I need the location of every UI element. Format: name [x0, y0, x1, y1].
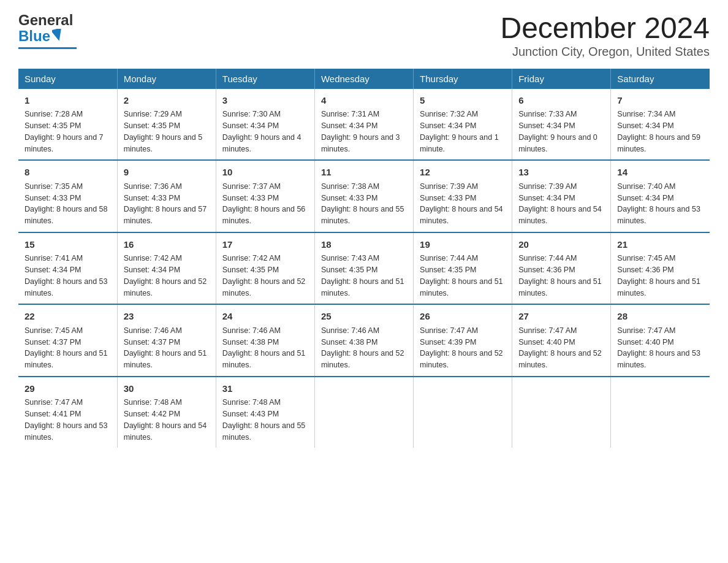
calendar-week-row: 1 Sunrise: 7:28 AMSunset: 4:35 PMDayligh… — [18, 89, 710, 161]
day-info: Sunrise: 7:28 AMSunset: 4:35 PMDaylight:… — [25, 110, 104, 153]
day-info: Sunrise: 7:39 AMSunset: 4:33 PMDaylight:… — [420, 182, 503, 225]
day-number: 2 — [124, 94, 210, 108]
table-row: 14 Sunrise: 7:40 AMSunset: 4:34 PMDaylig… — [611, 160, 710, 232]
day-info: Sunrise: 7:34 AMSunset: 4:34 PMDaylight:… — [617, 110, 700, 153]
day-info: Sunrise: 7:46 AMSunset: 4:38 PMDaylight:… — [222, 326, 306, 369]
col-friday: Friday — [512, 69, 611, 89]
day-info: Sunrise: 7:35 AMSunset: 4:33 PMDaylight:… — [25, 182, 108, 225]
page-header: General Blue December 2024 Junction City… — [18, 12, 710, 59]
day-info: Sunrise: 7:31 AMSunset: 4:34 PMDaylight:… — [321, 110, 400, 153]
col-saturday: Saturday — [611, 69, 710, 89]
table-row: 7 Sunrise: 7:34 AMSunset: 4:34 PMDayligh… — [611, 89, 710, 161]
day-info: Sunrise: 7:41 AMSunset: 4:34 PMDaylight:… — [25, 254, 108, 297]
day-number: 31 — [222, 382, 308, 396]
day-number: 4 — [321, 94, 407, 108]
calendar-header-row: Sunday Monday Tuesday Wednesday Thursday… — [18, 69, 710, 89]
table-row: 8 Sunrise: 7:35 AMSunset: 4:33 PMDayligh… — [18, 160, 117, 232]
day-info: Sunrise: 7:45 AMSunset: 4:37 PMDaylight:… — [25, 326, 108, 369]
day-number: 29 — [25, 382, 111, 396]
table-row: 5 Sunrise: 7:32 AMSunset: 4:34 PMDayligh… — [414, 89, 512, 161]
day-number: 28 — [617, 310, 703, 324]
col-monday: Monday — [117, 69, 216, 89]
table-row — [512, 377, 611, 448]
table-row: 10 Sunrise: 7:37 AMSunset: 4:33 PMDaylig… — [216, 160, 314, 232]
logo-general: General — [18, 12, 73, 28]
table-row: 11 Sunrise: 7:38 AMSunset: 4:33 PMDaylig… — [314, 160, 413, 232]
col-tuesday: Tuesday — [216, 69, 314, 89]
table-row: 17 Sunrise: 7:42 AMSunset: 4:35 PMDaylig… — [216, 232, 314, 305]
table-row: 23 Sunrise: 7:46 AMSunset: 4:37 PMDaylig… — [117, 304, 216, 377]
table-row: 19 Sunrise: 7:44 AMSunset: 4:35 PMDaylig… — [414, 232, 512, 305]
day-number: 25 — [321, 310, 407, 324]
day-info: Sunrise: 7:46 AMSunset: 4:38 PMDaylight:… — [321, 326, 404, 369]
table-row: 28 Sunrise: 7:47 AMSunset: 4:40 PMDaylig… — [611, 304, 710, 377]
table-row — [314, 377, 413, 448]
day-info: Sunrise: 7:42 AMSunset: 4:34 PMDaylight:… — [124, 254, 207, 297]
table-row: 3 Sunrise: 7:30 AMSunset: 4:34 PMDayligh… — [216, 89, 314, 161]
day-number: 9 — [124, 166, 210, 180]
day-info: Sunrise: 7:33 AMSunset: 4:34 PMDaylight:… — [518, 110, 597, 153]
table-row: 9 Sunrise: 7:36 AMSunset: 4:33 PMDayligh… — [117, 160, 216, 232]
table-row — [414, 377, 512, 448]
col-sunday: Sunday — [18, 69, 117, 89]
day-number: 10 — [222, 166, 308, 180]
day-info: Sunrise: 7:43 AMSunset: 4:35 PMDaylight:… — [321, 254, 404, 297]
table-row: 21 Sunrise: 7:45 AMSunset: 4:36 PMDaylig… — [611, 232, 710, 305]
table-row: 31 Sunrise: 7:48 AMSunset: 4:43 PMDaylig… — [216, 377, 314, 448]
logo-arrow-icon — [52, 29, 63, 44]
day-number: 6 — [518, 94, 604, 108]
day-number: 17 — [222, 238, 308, 252]
day-info: Sunrise: 7:36 AMSunset: 4:33 PMDaylight:… — [124, 182, 207, 225]
svg-marker-0 — [52, 29, 63, 41]
col-thursday: Thursday — [414, 69, 512, 89]
table-row: 16 Sunrise: 7:42 AMSunset: 4:34 PMDaylig… — [117, 232, 216, 305]
day-info: Sunrise: 7:47 AMSunset: 4:39 PMDaylight:… — [420, 326, 503, 369]
table-row: 13 Sunrise: 7:39 AMSunset: 4:34 PMDaylig… — [512, 160, 611, 232]
day-info: Sunrise: 7:39 AMSunset: 4:34 PMDaylight:… — [518, 182, 602, 225]
day-number: 21 — [617, 238, 703, 252]
table-row: 27 Sunrise: 7:47 AMSunset: 4:40 PMDaylig… — [512, 304, 611, 377]
day-number: 15 — [25, 238, 111, 252]
day-number: 19 — [420, 238, 506, 252]
day-number: 16 — [124, 238, 210, 252]
day-info: Sunrise: 7:42 AMSunset: 4:35 PMDaylight:… — [222, 254, 306, 297]
day-number: 26 — [420, 310, 506, 324]
table-row: 29 Sunrise: 7:47 AMSunset: 4:41 PMDaylig… — [18, 377, 117, 448]
table-row: 2 Sunrise: 7:29 AMSunset: 4:35 PMDayligh… — [117, 89, 216, 161]
day-info: Sunrise: 7:37 AMSunset: 4:33 PMDaylight:… — [222, 182, 306, 225]
day-number: 30 — [124, 382, 210, 396]
day-info: Sunrise: 7:47 AMSunset: 4:41 PMDaylight:… — [25, 398, 108, 441]
day-info: Sunrise: 7:40 AMSunset: 4:34 PMDaylight:… — [617, 182, 700, 225]
table-row: 12 Sunrise: 7:39 AMSunset: 4:33 PMDaylig… — [414, 160, 512, 232]
day-number: 20 — [518, 238, 604, 252]
day-number: 27 — [518, 310, 604, 324]
table-row: 4 Sunrise: 7:31 AMSunset: 4:34 PMDayligh… — [314, 89, 413, 161]
day-number: 5 — [420, 94, 506, 108]
logo: General Blue — [18, 12, 77, 49]
table-row — [611, 377, 710, 448]
calendar-week-row: 15 Sunrise: 7:41 AMSunset: 4:34 PMDaylig… — [18, 232, 710, 305]
table-row: 24 Sunrise: 7:46 AMSunset: 4:38 PMDaylig… — [216, 304, 314, 377]
logo-border — [18, 47, 77, 49]
table-row: 30 Sunrise: 7:48 AMSunset: 4:42 PMDaylig… — [117, 377, 216, 448]
title-block: December 2024 Junction City, Oregon, Uni… — [500, 12, 710, 59]
day-info: Sunrise: 7:32 AMSunset: 4:34 PMDaylight:… — [420, 110, 499, 153]
month-year-title: December 2024 — [500, 12, 710, 45]
table-row: 6 Sunrise: 7:33 AMSunset: 4:34 PMDayligh… — [512, 89, 611, 161]
table-row: 22 Sunrise: 7:45 AMSunset: 4:37 PMDaylig… — [18, 304, 117, 377]
day-info: Sunrise: 7:47 AMSunset: 4:40 PMDaylight:… — [617, 326, 700, 369]
day-number: 3 — [222, 94, 308, 108]
table-row: 26 Sunrise: 7:47 AMSunset: 4:39 PMDaylig… — [414, 304, 512, 377]
day-info: Sunrise: 7:48 AMSunset: 4:42 PMDaylight:… — [124, 398, 207, 441]
day-number: 12 — [420, 166, 506, 180]
table-row: 25 Sunrise: 7:46 AMSunset: 4:38 PMDaylig… — [314, 304, 413, 377]
day-info: Sunrise: 7:44 AMSunset: 4:36 PMDaylight:… — [518, 254, 602, 297]
day-number: 24 — [222, 310, 308, 324]
day-number: 7 — [617, 94, 703, 108]
calendar-week-row: 29 Sunrise: 7:47 AMSunset: 4:41 PMDaylig… — [18, 377, 710, 448]
day-number: 13 — [518, 166, 604, 180]
day-info: Sunrise: 7:45 AMSunset: 4:36 PMDaylight:… — [617, 254, 700, 297]
day-number: 11 — [321, 166, 407, 180]
day-info: Sunrise: 7:29 AMSunset: 4:35 PMDaylight:… — [124, 110, 203, 153]
day-number: 23 — [124, 310, 210, 324]
